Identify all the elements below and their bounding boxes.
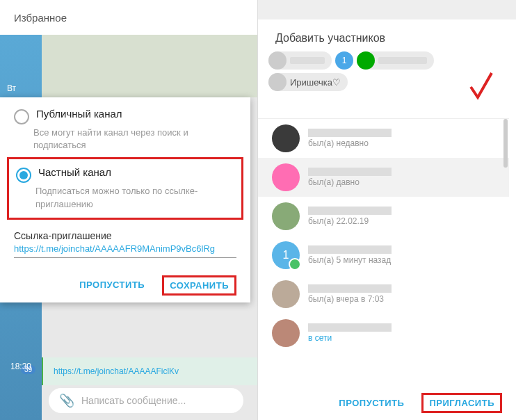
scrollbar[interactable]	[503, 119, 508, 168]
option-private-title: Частный канал	[38, 166, 111, 183]
option-private-sub: Подписаться можно только по ссылке-пригл…	[35, 185, 234, 210]
contact-status: в сети	[308, 333, 392, 343]
check-icon	[289, 258, 301, 270]
attach-icon: 📎	[59, 393, 74, 408]
chip-1[interactable]	[268, 51, 332, 70]
avatar: 1	[272, 241, 300, 269]
right-panel: Добавить участников 1 Иришечка♡ был(а) н…	[257, 0, 516, 420]
option-public[interactable]: Публичный канал	[14, 108, 236, 124]
contact-row[interactable]: был(а) вчера в 7:03	[258, 275, 509, 314]
add-members-title: Добавить участников	[258, 19, 516, 51]
option-private[interactable]: Частный канал	[16, 166, 234, 183]
checkmark-annotation	[467, 70, 495, 104]
link-preview-msg: https://t.me/joinchat/AAAAAFiclKv	[42, 357, 257, 385]
right-header-bar	[258, 0, 516, 19]
option-public-sub: Все могут найти канал через поиск и подп…	[33, 127, 236, 152]
contact-status: был(а) недавно	[308, 138, 392, 148]
chip-2[interactable]	[357, 51, 434, 70]
contact-name	[308, 129, 392, 137]
contact-status: был(а) 5 минут назад	[308, 255, 392, 265]
contact-row[interactable]: 1 был(а) 5 минут назад	[258, 236, 509, 275]
invite-link-label: Ссылка-приглашение	[14, 230, 236, 241]
avatar	[272, 124, 300, 152]
contact-row[interactable]: был(а) недавно	[258, 119, 509, 158]
channel-type-modal: Публичный канал Все могут найти канал че…	[0, 97, 250, 302]
contact-name	[308, 245, 392, 254]
skip-button[interactable]: ПРОПУСТИТЬ	[332, 394, 411, 412]
modal-actions: ПРОПУСТИТЬ СОХРАНИТЬ	[14, 275, 236, 296]
avatar	[272, 202, 300, 230]
contact-name	[308, 323, 392, 332]
contact-row[interactable]: был(а) 22.02.19	[258, 197, 509, 236]
chat-bg	[42, 35, 257, 97]
time-label: 18:30	[10, 362, 31, 371]
highlight-private: Частный канал Подписаться можно только п…	[7, 157, 243, 219]
save-button[interactable]: СОХРАНИТЬ	[162, 275, 236, 296]
contact-status: был(а) 22.02.19	[308, 216, 392, 226]
invite-link-url[interactable]: https://t.me/joinchat/AAAAAFR9MAnimP9vBc…	[14, 243, 236, 258]
radio-public[interactable]	[14, 109, 29, 124]
chip-3[interactable]: Иришечка♡	[268, 73, 348, 91]
contact-name	[308, 168, 392, 176]
day-label: Вт	[7, 83, 16, 93]
contact-status: был(а) давно	[308, 177, 392, 187]
avatar	[272, 319, 300, 347]
skip-button[interactable]: ПРОПУСТИТЬ	[72, 275, 152, 296]
radio-private[interactable]	[16, 168, 31, 183]
invite-link-section: Ссылка-приглашение https://t.me/joinchat…	[14, 230, 236, 258]
option-public-title: Публичный канал	[36, 108, 122, 124]
chip-counter: 1	[335, 51, 353, 70]
contact-name	[308, 284, 392, 293]
chat-header: Избранное	[0, 0, 257, 35]
avatar	[272, 280, 300, 308]
right-actions: ПРОПУСТИТЬ ПРИГЛАСИТЬ	[332, 393, 502, 413]
chat-title: Избранное	[14, 12, 67, 24]
left-panel: Избранное Вт 39 18:30 https://t.me/joinc…	[0, 0, 257, 420]
contact-name	[308, 207, 392, 215]
invite-button[interactable]: ПРИГЛАСИТЬ	[421, 393, 502, 413]
contact-status: был(а) вчера в 7:03	[308, 294, 392, 304]
message-input-bg: 📎 Написать сообщение...	[49, 388, 243, 413]
input-placeholder: Написать сообщение...	[81, 395, 186, 406]
avatar	[272, 163, 300, 191]
contacts-list: был(а) недавно был(а) давно был(а) 22.02…	[258, 118, 509, 378]
contact-row[interactable]: в сети	[258, 314, 509, 353]
contact-row[interactable]: был(а) давно	[258, 158, 509, 197]
